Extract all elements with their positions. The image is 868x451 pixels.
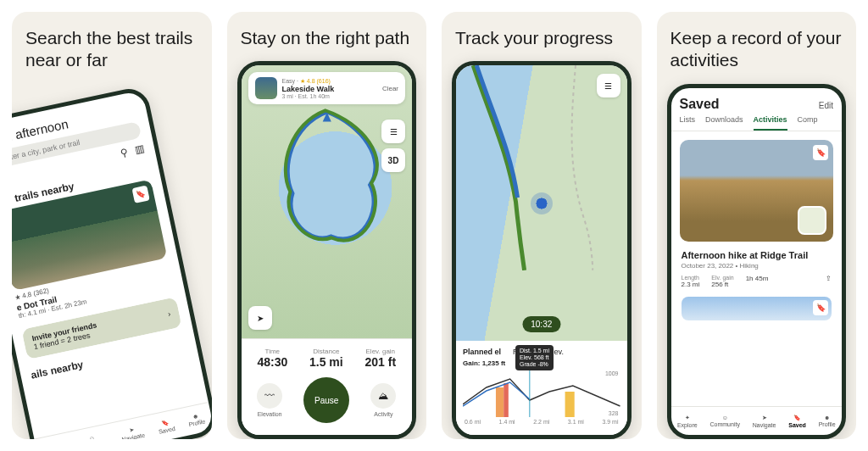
share-icon[interactable]: ⇪ bbox=[826, 275, 832, 288]
tab-downloads[interactable]: Downloads bbox=[705, 115, 743, 131]
3d-button[interactable]: 3D bbox=[381, 148, 405, 172]
promo-card-path: Stay on the right path Easy · ★ 4.8 (616… bbox=[227, 12, 427, 439]
clear-button[interactable]: Clear bbox=[382, 85, 398, 92]
svg-rect-3 bbox=[565, 392, 575, 417]
promo-card-search: Search the best trails near or far Good … bbox=[12, 12, 212, 439]
chart-tooltip: Dist. 1.5 mi Elev. 568 ft Grade -8% bbox=[515, 345, 554, 370]
map-icon[interactable]: ▥ bbox=[134, 142, 146, 156]
edit-button[interactable]: Edit bbox=[819, 101, 833, 110]
tab-lists[interactable]: Lists bbox=[680, 115, 696, 131]
locate-button[interactable]: ➤ bbox=[248, 306, 272, 330]
layers-icon: ☰ bbox=[604, 81, 612, 91]
profile-icon: ☻ bbox=[824, 415, 830, 420]
phone-mock-3: ☰ 10:32 Planned el Recorded elev. Gain: … bbox=[452, 61, 632, 439]
layers-button[interactable]: ☰ bbox=[381, 120, 405, 143]
timer-pill[interactable]: 10:32 bbox=[522, 316, 560, 332]
rating: ★ 4.8 (616) bbox=[300, 78, 331, 84]
progress-map[interactable]: ☰ 10:32 bbox=[456, 65, 627, 341]
headline: Keep a record of your activities bbox=[667, 27, 847, 72]
tab-profile[interactable]: ☻Profile bbox=[186, 411, 206, 427]
page-title: Saved bbox=[680, 97, 720, 112]
stat-length: Length2.3 mi bbox=[682, 275, 700, 288]
activity-date: October 23, 2022 • Hiking bbox=[682, 262, 832, 270]
activity-button[interactable]: ⛰ bbox=[370, 383, 396, 409]
layers-icon: ☰ bbox=[390, 127, 398, 136]
stat-elev: Elv. gain256 ft bbox=[711, 275, 733, 288]
bookmark-icon[interactable]: 🔖 bbox=[813, 300, 828, 315]
trail-info-card[interactable]: Easy · ★ 4.8 (616) Lakeside Walk 3 mi · … bbox=[248, 72, 406, 104]
user-location-icon bbox=[531, 192, 553, 214]
trail-sub: 3 mi · Est. 1h 40m bbox=[282, 93, 377, 99]
tab-activities[interactable]: Activities bbox=[754, 115, 787, 131]
compass-icon: ✦ bbox=[685, 415, 690, 421]
trail-map[interactable]: Easy · ★ 4.8 (616) Lakeside Walk 3 mi · … bbox=[242, 65, 413, 338]
bookmark-icon: 🔖 bbox=[160, 418, 169, 426]
promo-card-progress: Track your progress ☰ 10:32 Planned el R… bbox=[442, 12, 642, 439]
filter-icon[interactable]: ⚲ bbox=[120, 146, 130, 159]
nav-icon: ➤ bbox=[762, 415, 767, 421]
saved-tabs: Lists Downloads Activities Comp bbox=[671, 115, 843, 131]
bookmark-icon: 🔖 bbox=[793, 415, 801, 421]
tab-planned-elev[interactable]: Planned el bbox=[463, 348, 501, 356]
trail-thumb bbox=[255, 77, 277, 99]
stat-elev: Elev. gain201 ft bbox=[365, 348, 397, 369]
phone-mock-2: Easy · ★ 4.8 (616) Lakeside Walk 3 mi · … bbox=[237, 61, 417, 439]
trail-name: Lakeside Walk bbox=[282, 85, 377, 93]
elevation-icon: 〰 bbox=[264, 390, 275, 402]
bookmark-icon[interactable]: 🔖 bbox=[813, 145, 828, 160]
tab-comp[interactable]: Comp bbox=[798, 115, 818, 131]
phone-mock-4: Saved Edit Lists Downloads Activities Co… bbox=[667, 84, 847, 440]
difficulty: Easy bbox=[282, 78, 296, 84]
bottom-tab-bar: ✦Explore ☺Community ➤Navigate 🔖Saved ☻Pr… bbox=[34, 401, 211, 439]
stats-panel: Time48:30 Distance1.5 mi Elev. gain201 f… bbox=[242, 338, 413, 435]
tab-navigate[interactable]: ➤Navigate bbox=[120, 424, 145, 439]
phone-mock-1: Good afternoon ⌕ Enter a city, park or t… bbox=[12, 85, 212, 439]
activity-photo-2[interactable]: 🔖 bbox=[682, 297, 832, 320]
tab-navigate[interactable]: ➤Navigate bbox=[753, 415, 776, 428]
headline: Stay on the right path bbox=[237, 27, 417, 49]
chevron-right-icon: › bbox=[167, 309, 171, 318]
headline: Search the best trails near or far bbox=[22, 27, 202, 72]
mini-map-icon bbox=[798, 206, 826, 235]
elevation-chart[interactable]: 1009 328 Dist. 1.5 mi Elev. 568 ft Grade… bbox=[463, 370, 620, 430]
stat-time: 1h 45m bbox=[746, 275, 769, 288]
pause-button[interactable]: Pause bbox=[303, 377, 349, 423]
tab-community[interactable]: ☺Community bbox=[710, 415, 740, 427]
tab-saved[interactable]: 🔖Saved bbox=[788, 415, 806, 428]
tab-saved[interactable]: 🔖Saved bbox=[156, 417, 175, 434]
activity-title[interactable]: Afternoon hike at Ridge Trail bbox=[682, 250, 832, 260]
profile-icon: ☻ bbox=[192, 412, 199, 419]
layers-button[interactable]: ☰ bbox=[597, 74, 620, 97]
people-icon: ☺ bbox=[722, 415, 728, 420]
svg-rect-2 bbox=[504, 383, 509, 417]
activity-photo[interactable]: 🔖 bbox=[680, 140, 834, 242]
bookmark-icon[interactable]: 🔖 bbox=[131, 185, 149, 203]
tab-community[interactable]: ☺Community bbox=[76, 432, 108, 439]
locate-icon: ➤ bbox=[257, 314, 264, 323]
promo-card-record: Keep a record of your activities Saved E… bbox=[657, 12, 857, 439]
bottom-tab-bar: ✦Explore ☺Community ➤Navigate 🔖Saved ☻Pr… bbox=[671, 406, 843, 435]
activity-icon: ⛰ bbox=[378, 390, 388, 402]
stat-distance: Distance1.5 mi bbox=[309, 348, 343, 369]
tab-profile[interactable]: ☻Profile bbox=[819, 415, 836, 427]
nav-icon: ➤ bbox=[128, 426, 135, 433]
chart-x-labels: 0.6 mi 1.4 mi 2.2 mi 3.1 mi 3.9 mi bbox=[463, 419, 620, 425]
chart-svg bbox=[463, 370, 620, 417]
svg-rect-1 bbox=[496, 387, 504, 417]
people-icon: ☺ bbox=[88, 434, 95, 439]
elevation-button[interactable]: 〰 bbox=[257, 383, 282, 409]
elevation-panel: Planned el Recorded elev. Gain: 1,235 ft… bbox=[456, 341, 627, 435]
headline: Track your progress bbox=[452, 27, 632, 49]
tab-explore[interactable]: ✦Explore bbox=[677, 415, 698, 428]
stat-time: Time48:30 bbox=[257, 348, 287, 369]
